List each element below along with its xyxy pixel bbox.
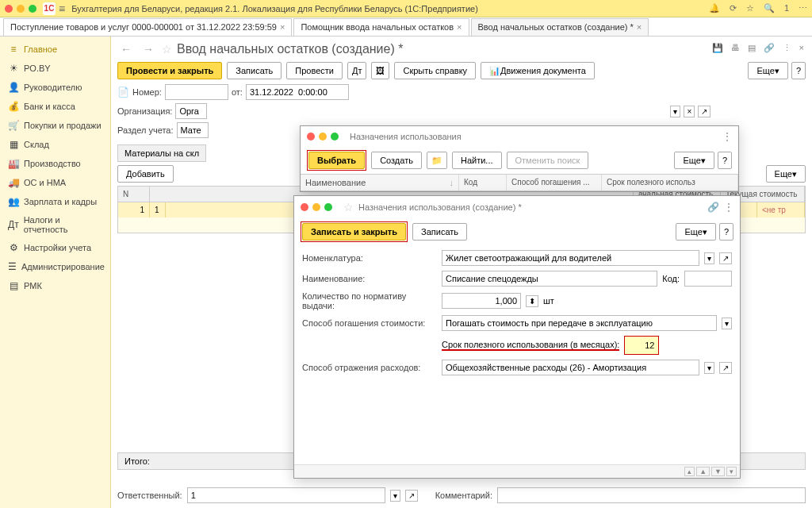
bell-icon[interactable]: 🔔 [709, 3, 720, 13]
col-term[interactable]: Срок полезного использ [602, 175, 738, 190]
minimize-icon[interactable] [319, 133, 327, 140]
grid-more-button[interactable]: Еще ▾ [766, 165, 806, 183]
star-icon[interactable]: ☆ [746, 3, 754, 13]
sidebar-item-rmk[interactable]: ▤РМК [0, 276, 110, 295]
menu-icon[interactable]: ⋮ [722, 131, 732, 142]
image-icon[interactable]: 🖼 [371, 62, 389, 79]
movements-button[interactable]: 📊 Движения документа [481, 62, 595, 79]
save-close-button[interactable]: Записать и закрыть [302, 223, 406, 241]
scroll-up-icon[interactable]: ▲ [696, 467, 710, 476]
org-input[interactable] [175, 103, 207, 119]
responsible-input[interactable] [187, 487, 385, 503]
add-button[interactable]: Добавить [117, 165, 174, 183]
dropdown-icon[interactable]: ▾ [704, 362, 714, 374]
menu-icon[interactable]: ⋯ [799, 3, 807, 13]
materials-tab[interactable]: Материалы на скл [117, 144, 206, 162]
sidebar-item-admin[interactable]: ☰Администрирование [0, 257, 110, 276]
sidebar-item-bank[interactable]: 💰Банк и касса [0, 97, 110, 116]
nav-forward-icon[interactable]: → [140, 41, 157, 57]
sidebar-item-hr[interactable]: 👥Зарплата и кадры [0, 192, 110, 211]
close-icon[interactable]: × [280, 22, 285, 32]
dropdown-icon[interactable]: ▾ [722, 318, 732, 329]
close-icon[interactable] [307, 133, 315, 140]
link-icon[interactable]: 🔗 [764, 43, 775, 53]
minimize-icon[interactable] [312, 203, 320, 211]
window-close-icon[interactable] [5, 5, 13, 13]
sidebar-item-warehouse[interactable]: ▦Склад [0, 135, 110, 154]
create-button[interactable]: Создать [371, 152, 422, 169]
scroll-bottom-icon[interactable]: ▾ [726, 467, 737, 476]
help-button[interactable]: ? [718, 152, 732, 169]
name-input[interactable] [442, 271, 657, 287]
tab-assistant[interactable]: Помощник ввода начальных остатков× [293, 18, 469, 36]
scroll-top-icon[interactable]: ▴ [684, 467, 695, 476]
menu-icon[interactable]: ⋮ [724, 202, 733, 213]
more-icon[interactable]: ⋮ [783, 43, 791, 53]
save-button[interactable]: Записать [227, 62, 282, 79]
dropdown-icon[interactable]: ▾ [390, 490, 400, 502]
folder-icon[interactable]: 📁 [427, 152, 447, 169]
history-icon[interactable]: ⟳ [730, 3, 737, 13]
open-icon[interactable]: ↗ [698, 106, 710, 117]
window-minimize-icon[interactable] [17, 5, 25, 13]
col-name[interactable]: Наименование ↓ [301, 175, 459, 190]
dropdown-icon[interactable]: ▾ [670, 106, 680, 117]
post-button[interactable]: Провести [286, 62, 343, 79]
sidebar-item-taxes[interactable]: ДтНалоги и отчетность [0, 211, 110, 238]
sidebar-item-settings[interactable]: ⚙Настройки учета [0, 238, 110, 257]
more-button[interactable]: Еще ▾ [674, 152, 714, 169]
code-input[interactable] [684, 271, 732, 287]
section-input[interactable] [177, 122, 209, 138]
hide-help-button[interactable]: Скрыть справку [394, 62, 476, 79]
close-icon[interactable] [301, 203, 308, 211]
tab-receipt[interactable]: Поступление товаров и услуг 0000-000001 … [3, 18, 292, 36]
post-and-close-button[interactable]: Провести и закрыть [117, 62, 222, 79]
clear-icon[interactable]: × [684, 106, 695, 117]
select-button[interactable]: Выбрать [308, 152, 365, 169]
qty-input[interactable] [442, 293, 521, 309]
sidebar-item-manager[interactable]: 👤Руководителю [0, 78, 110, 97]
maximize-icon[interactable] [331, 133, 339, 140]
nav-back-icon[interactable]: ← [117, 41, 135, 57]
sidebar-item-assets[interactable]: 🚚ОС и НМА [0, 173, 110, 192]
open-icon[interactable]: ↗ [719, 252, 732, 264]
number-input[interactable] [165, 84, 228, 100]
report-icon[interactable]: ▤ [748, 43, 756, 53]
sidebar-item-production[interactable]: 🏭Производство [0, 154, 110, 173]
tab-opening-balances[interactable]: Ввод начальных остатков (создание) *× [471, 18, 649, 36]
stepper-icon[interactable]: ⬍ [526, 295, 538, 307]
more-button[interactable]: Еще ▾ [676, 223, 715, 241]
search-icon[interactable]: 🔍 [764, 3, 775, 13]
dt-kt-icon[interactable]: Дт [347, 62, 367, 79]
open-icon[interactable]: ↗ [719, 362, 732, 374]
expense-input[interactable] [442, 360, 699, 375]
save-button[interactable]: Записать [412, 223, 467, 241]
dropdown-icon[interactable]: ▾ [704, 252, 714, 264]
col-code[interactable]: Код [459, 175, 507, 190]
close-icon[interactable]: × [637, 22, 642, 32]
comment-input[interactable] [497, 487, 806, 503]
window-maximize-icon[interactable] [29, 5, 36, 13]
cancel-search-button[interactable]: Отменить поиск [507, 152, 589, 169]
close-icon[interactable]: × [457, 22, 462, 32]
link-icon[interactable]: 🔗 [707, 202, 719, 213]
sidebar-item-sales[interactable]: 🛒Покупки и продажи [0, 116, 110, 135]
more-button[interactable]: Еще ▾ [748, 62, 787, 79]
save-icon[interactable]: 💾 [712, 43, 723, 53]
close-icon[interactable]: × [799, 43, 804, 53]
term-input[interactable] [626, 337, 657, 353]
date-input[interactable] [246, 84, 349, 100]
scroll-down-icon[interactable]: ▼ [711, 467, 725, 476]
sidebar-item-main[interactable]: ≡Главное [0, 40, 110, 59]
col-method[interactable]: Способ погашения ... [507, 175, 602, 190]
cost-method-input[interactable] [442, 315, 717, 331]
maximize-icon[interactable] [324, 203, 332, 211]
help-button[interactable]: ? [791, 62, 806, 79]
print-icon[interactable]: 🖶 [731, 43, 740, 53]
favorite-icon[interactable]: ☆ [162, 43, 172, 56]
find-button[interactable]: Найти... [452, 152, 502, 169]
nomenclature-input[interactable] [442, 250, 699, 266]
star-icon[interactable]: ☆ [343, 201, 354, 214]
sidebar-item-poby[interactable]: ☀PO.BY [0, 59, 110, 78]
user-icon[interactable]: 1 [784, 3, 789, 13]
